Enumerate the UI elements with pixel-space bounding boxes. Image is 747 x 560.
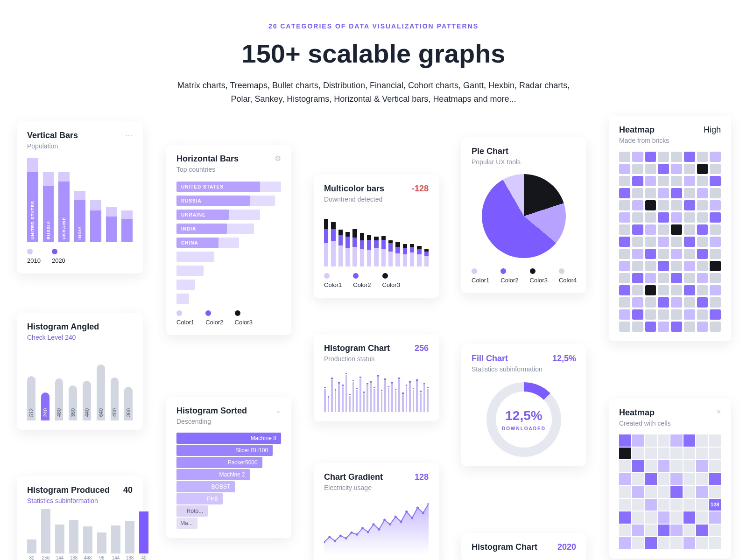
legend: Color1Color2Color3 xyxy=(176,310,281,326)
card-histogram-produced: Histogram Produced 40 Statistics subinfo… xyxy=(17,476,143,560)
card-title: Histogram Chart xyxy=(324,343,390,353)
card-title: Multicolor bars xyxy=(324,184,384,194)
svg-point-5 xyxy=(350,532,352,534)
card-title: Horizontal Bars xyxy=(176,154,239,164)
svg-point-9 xyxy=(373,523,375,525)
card-title: Chart Gradient xyxy=(324,472,383,482)
svg-point-8 xyxy=(367,531,369,533)
gradient-chart-plot xyxy=(324,499,429,555)
vertical-bars-plot: UNITED STATESRUSSIAUKRAINEINDIA xyxy=(27,158,133,242)
svg-point-13 xyxy=(395,516,397,518)
card-subtitle: Descending xyxy=(176,418,247,425)
card-title: Histogram Chart xyxy=(472,542,537,552)
card-chart-gradient: Chart Gradient Electricity usage 128 xyxy=(314,463,439,560)
page-title: 150+ scalable graphs xyxy=(0,38,747,69)
card-histogram-sorted: Histogram Sorted Descending ⌄ Machine 8S… xyxy=(166,397,291,538)
histogram-sorted-plot: Machine 8Slicer BH100Packer5000Machine 2… xyxy=(176,433,281,529)
card-value: 256 xyxy=(415,343,429,353)
fill-chart-plot: 12,5% DOWNLOADED xyxy=(472,382,576,457)
svg-point-18 xyxy=(422,512,424,514)
card-subtitle: Downtrend detected xyxy=(324,196,384,203)
card-subtitle: Made from bricks xyxy=(619,137,721,144)
card-histogram-chart: Histogram Chart Production status 256 xyxy=(314,334,439,421)
pie-chart-plot xyxy=(482,174,566,258)
card-title: Pie Chart xyxy=(472,147,576,156)
close-icon[interactable]: × xyxy=(717,408,721,416)
heatmap-cells-plot: 128 xyxy=(619,434,721,549)
svg-point-11 xyxy=(383,519,386,521)
card-subtitle: Created with cells xyxy=(619,420,721,427)
more-icon[interactable]: ⋯ xyxy=(125,131,133,140)
svg-point-16 xyxy=(411,517,413,519)
card-title: Fill Chart xyxy=(472,354,543,364)
card-title: Histogram Angled xyxy=(27,322,133,332)
card-vertical-bars: Vertical Bars Population ⋯ UNITED STATES… xyxy=(17,121,143,273)
card-subtitle: Production status xyxy=(324,355,390,363)
card-fill-chart: Fill Chart Statistics subinformation 12,… xyxy=(461,344,586,466)
histogram-produced-plot: 322561441684489614416840 xyxy=(27,514,133,560)
svg-point-1 xyxy=(328,536,331,538)
card-subtitle: Statistics subinformation xyxy=(27,497,133,504)
svg-point-10 xyxy=(378,528,380,531)
svg-point-15 xyxy=(405,511,408,513)
svg-point-14 xyxy=(400,521,402,523)
svg-point-6 xyxy=(356,533,358,536)
card-multicolor-bars: Multicolor bars Downtrend detected -128 … xyxy=(314,175,439,298)
card-value: 128 xyxy=(415,472,429,482)
card-heatmap-cells: Heatmap × Created with cells 128 xyxy=(609,399,731,559)
svg-point-4 xyxy=(345,537,347,539)
svg-point-12 xyxy=(389,523,391,525)
card-title: Histogram Produced xyxy=(27,485,110,495)
legend: Color1Color2Color3Color4 xyxy=(472,268,576,284)
card-title: Heatmap xyxy=(619,408,655,418)
card-title: Vertical Bars xyxy=(27,131,78,140)
ring-value: 12,5% xyxy=(505,408,542,423)
card-value: -128 xyxy=(412,184,429,194)
svg-point-2 xyxy=(334,540,336,542)
card-heatmap-bricks: Heatmap High Made from bricks xyxy=(609,116,731,341)
card-title: Heatmap xyxy=(619,125,655,135)
histogram-chart-plot xyxy=(324,370,429,412)
card-histogram-angled: Histogram Angled Check Level 240 5122404… xyxy=(17,313,143,430)
ring-label: DOWNLOADED xyxy=(502,426,546,431)
card-subtitle: Electricity usage xyxy=(324,484,383,491)
eyebrow-text: 26 CATEGORIES OF DATA VISUALIZATION PATT… xyxy=(0,22,747,30)
card-subtitle: Popular UX tools xyxy=(472,158,576,166)
card-pie-chart: Pie Chart Popular UX tools Color1Color2C… xyxy=(461,137,586,293)
card-value: 2020 xyxy=(557,542,576,552)
legend: 20102020 xyxy=(27,249,133,264)
chevron-down-icon[interactable]: ⌄ xyxy=(275,406,281,415)
card-subtitle: Top countries xyxy=(176,166,239,173)
histogram-angled-plot: 512240480360440640480360 xyxy=(27,350,133,420)
legend: Color1Color2Color3 xyxy=(324,273,429,288)
svg-point-3 xyxy=(339,535,342,537)
card-horizontal-bars: Horizontal Bars Top countries ⚙ UNITED S… xyxy=(166,145,291,335)
card-subtitle: Population xyxy=(27,142,78,150)
card-subtitle: Statistics subinformation xyxy=(472,365,543,373)
multicolor-bars-plot xyxy=(324,210,429,266)
card-value: 40 xyxy=(123,485,133,495)
svg-point-17 xyxy=(416,507,419,509)
horizontal-bars-plot: UNITED STATESRUSSIAUKRAINEINDIACHINA xyxy=(176,182,281,304)
card-histogram-chart-2: Histogram Chart 2020 xyxy=(461,533,586,560)
card-subtitle: Check Level 240 xyxy=(27,334,133,341)
gear-icon[interactable]: ⚙ xyxy=(275,154,281,163)
page-subtitle: Matrix charts, Treemaps, Bullet charts, … xyxy=(168,79,579,106)
heatmap-bricks-plot xyxy=(619,152,721,332)
card-value: 12,5% xyxy=(552,354,576,364)
svg-point-7 xyxy=(361,527,364,529)
card-value: High xyxy=(704,125,721,135)
card-title: Histogram Sorted xyxy=(176,406,247,416)
